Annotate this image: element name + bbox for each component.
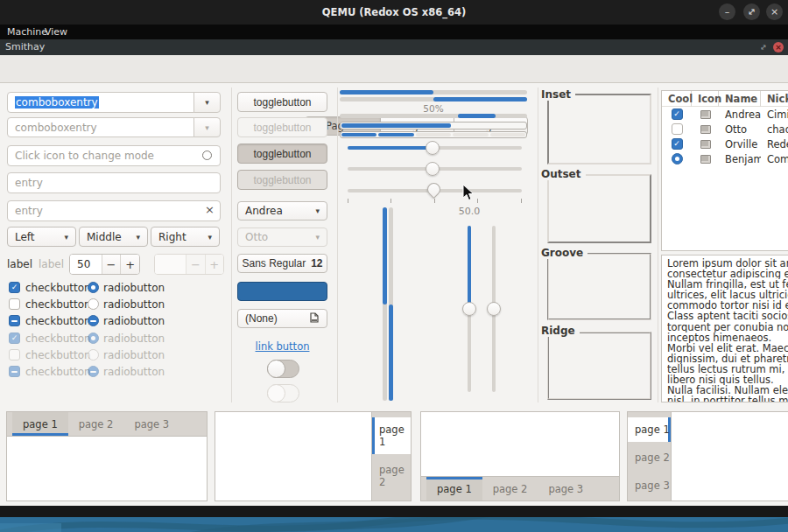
align-combo-left[interactable]: Left ▾ <box>7 227 76 247</box>
name-combo[interactable]: Andrea ▾ <box>237 201 327 220</box>
column-header-icon[interactable]: Icon <box>692 91 719 107</box>
switch-off[interactable] <box>267 360 299 378</box>
combo-value: Right <box>158 231 186 243</box>
radiobutton-label: radiobutton <box>103 298 165 311</box>
tabbar: page 1 page 2 page 3 <box>7 412 207 437</box>
tab-page2[interactable]: page 2 <box>628 445 671 470</box>
togglebutton-normal[interactable]: togglebutton <box>237 92 327 112</box>
vscale-knob[interactable] <box>462 302 476 316</box>
frame-label-ridge: Ridge <box>541 325 580 337</box>
spin-minus-button[interactable]: − <box>102 255 121 274</box>
column-header-nick[interactable]: Nick <box>761 91 788 107</box>
hscale-knob[interactable] <box>426 162 440 176</box>
spin-plus-button[interactable]: + <box>120 255 139 274</box>
check-radio-row: checkbutton radiobutton <box>7 298 226 311</box>
tab-page1[interactable]: page 1 <box>426 477 482 500</box>
smithay-close-button[interactable]: × <box>773 42 784 52</box>
text-line: Nullam fringilla, est ut feugiat <box>667 279 788 290</box>
tab-page2[interactable]: page 2 <box>482 477 538 500</box>
radiobutton-mixed[interactable] <box>88 315 99 326</box>
name-combo-disabled: Otto ▾ <box>237 228 327 247</box>
spinbutton: 50 − + <box>69 254 140 275</box>
text-line: torquent per conubia nostra, per <box>667 322 788 332</box>
comboboxentry-input[interactable]: comboboxentry <box>7 92 194 113</box>
progressbar-text: 50% <box>340 103 527 114</box>
change-mode-icon[interactable] <box>202 150 212 160</box>
togglebutton-active[interactable]: togglebutton <box>237 144 327 164</box>
comboboxentry2-dropdown-button[interactable]: ▾ <box>193 117 221 137</box>
mode-entry-input[interactable] <box>7 145 221 166</box>
cell-nick: chaot <box>761 123 788 136</box>
checkbutton-checked[interactable]: ✓ <box>9 282 20 293</box>
comboboxentry-dropdown-button[interactable]: ▾ <box>193 92 221 113</box>
entry-input[interactable] <box>7 172 221 193</box>
tab-page1[interactable]: page 1 <box>628 417 671 442</box>
maximize-button[interactable]: ↔ <box>743 4 760 20</box>
radiobutton-label: radiobutton <box>103 315 165 327</box>
file-chooser-button[interactable]: (None) <box>237 309 327 328</box>
column-header-name[interactable]: Name <box>719 91 761 107</box>
column-header-cool[interactable]: Cool <box>662 91 692 107</box>
checkbutton-mixed[interactable] <box>9 315 20 326</box>
scale-tick <box>521 199 522 203</box>
menu-view[interactable]: View <box>45 24 67 39</box>
link-button[interactable]: link button <box>237 340 327 353</box>
radiobutton-unselected[interactable] <box>88 298 99 310</box>
font-button[interactable]: Sans Regular 12 <box>237 254 327 273</box>
chevron-down-icon: ▾ <box>315 233 320 242</box>
hscale-knob[interactable] <box>426 141 440 155</box>
table-row[interactable]: Otto chaot <box>662 122 788 136</box>
row-radio-selected[interactable] <box>672 153 683 164</box>
hscale-fill <box>348 146 432 150</box>
qemu-titlebar: QEMU (Redox OS x86_64) – ↔ × <box>0 0 788 24</box>
close-button[interactable]: × <box>766 4 783 20</box>
checkbutton-label: checkbutton <box>25 298 91 311</box>
taskbar <box>0 506 788 517</box>
tab-page2[interactable]: page 2 <box>372 458 411 494</box>
radiobutton-mixed-disabled <box>88 366 99 377</box>
text-line: inceptos himenaeos. <box>667 332 788 343</box>
chevron-down-icon: ▾ <box>315 206 320 215</box>
radiobutton-label: radiobutton <box>103 366 165 378</box>
vscale-knob[interactable] <box>487 302 501 316</box>
tab-page1[interactable]: page 1 <box>372 417 411 454</box>
table-row[interactable]: ✓ Orville Reden <box>662 136 788 151</box>
textview[interactable]: Lorem ipsum dolor sit amet, consectetur … <box>661 255 788 402</box>
tab-page2[interactable]: page 2 <box>68 412 124 436</box>
check-radio-row-disabled: checkbutton radiobutton <box>7 366 226 378</box>
levelbar-cell-off <box>416 133 451 136</box>
table-row[interactable]: Benjamin Comp <box>662 151 788 166</box>
align-combo-middle[interactable]: Middle ▾ <box>79 227 148 247</box>
checkbutton-label: checkbutton <box>25 282 91 294</box>
clearable-entry-input[interactable] <box>7 200 221 221</box>
combo-value: Otto <box>245 231 268 243</box>
radiobutton-selected[interactable] <box>88 282 99 293</box>
checkbutton-unchecked[interactable] <box>9 298 20 310</box>
color-button[interactable] <box>237 282 327 301</box>
tab-page3[interactable]: page 3 <box>538 477 594 500</box>
spinbutton-value[interactable]: 50 <box>70 255 102 274</box>
separator <box>337 88 338 402</box>
tab-page1[interactable]: page 1 <box>12 412 68 436</box>
check-icon: ✓ <box>11 284 18 291</box>
row-checkbox-checked[interactable]: ✓ <box>672 138 683 150</box>
tab-page3[interactable]: page 3 <box>628 473 671 498</box>
smithay-title: Smithay <box>5 39 45 55</box>
scale-tick <box>348 199 348 203</box>
switch-knob[interactable] <box>267 360 285 378</box>
align-combo-right[interactable]: Right ▾ <box>151 227 220 247</box>
frame-label-inset: Inset <box>541 88 575 101</box>
table-row[interactable]: ✓ Andrea Cimi <box>662 107 788 122</box>
row-checkbox-unchecked[interactable] <box>672 123 683 135</box>
label-disabled: label <box>39 258 64 270</box>
tab-page3[interactable]: page 3 <box>123 412 179 436</box>
scale-tick <box>434 199 435 203</box>
menu-machine[interactable]: Machine <box>7 24 47 39</box>
levelbar-discrete <box>340 131 527 138</box>
hscale-marks-knob[interactable] <box>425 180 443 199</box>
minimize-button[interactable]: – <box>719 4 735 20</box>
row-checkbox-checked[interactable]: ✓ <box>672 108 683 120</box>
clear-icon[interactable]: × <box>205 203 215 216</box>
smithay-expand-icon[interactable]: ↔ <box>756 39 771 55</box>
comboboxentry2-input[interactable] <box>7 117 194 137</box>
